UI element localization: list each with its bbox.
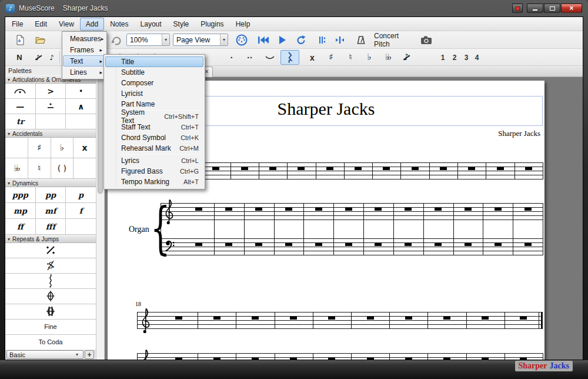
flat-button[interactable]: ♭ [362, 50, 376, 65]
palette-item-natural[interactable]: ♮ [28, 158, 51, 178]
text-submenu-item-subtitle[interactable]: Subtitle [105, 67, 203, 78]
palette-item-fff[interactable]: fff [36, 219, 66, 234]
add-menu-item-text[interactable]: Text▸ [63, 55, 106, 67]
palette-item-pp[interactable]: pp [36, 187, 66, 202]
palette-item-f[interactable]: f [66, 203, 96, 218]
menu-layout[interactable]: Layout [135, 18, 168, 31]
grace-note-button[interactable]: ♪ [399, 50, 413, 65]
palette-item-trill[interactable]: tr [5, 114, 35, 129]
sharp-button[interactable]: ♯ [324, 50, 338, 65]
palette-item-to-coda[interactable]: To Coda [5, 335, 96, 350]
view-mode-select[interactable]: Page View▾ [173, 34, 228, 46]
metronome-toggle[interactable] [353, 33, 369, 47]
text-submenu-item-staff-text[interactable]: Staff TextCtrl+T [105, 122, 203, 132]
palette-item-empty[interactable] [66, 114, 96, 129]
rewind-button[interactable] [255, 33, 272, 47]
text-submenu-item-title[interactable]: Title [105, 56, 203, 67]
rest-button[interactable] [280, 50, 299, 65]
palette-item-fine[interactable]: Fine [5, 320, 96, 334]
add-menu-item-frames[interactable]: Frames▸ [63, 44, 106, 55]
text-submenu-item-chord-symbol[interactable]: Chord SymbolCtrl+K [105, 132, 203, 143]
palette-item-ppp[interactable]: ppp [5, 187, 35, 202]
new-score-button[interactable]: + [12, 33, 28, 47]
augmentation-dot-button[interactable]: · [225, 50, 238, 65]
score-composer[interactable]: Sharper Jacks [498, 129, 540, 138]
title-bar[interactable]: ♪ MuseScore Sharper Jacks × [0, 0, 588, 16]
menu-style[interactable]: Style [168, 18, 195, 31]
loop-playback-button[interactable] [293, 33, 309, 47]
note-input-button[interactable]: N [12, 50, 26, 65]
text-submenu-item-lyrics[interactable]: LyricsCtrl+L [105, 155, 203, 166]
palette-item-sharp[interactable]: ♯ [28, 138, 51, 158]
voice-3-button[interactable]: 3 [461, 50, 472, 65]
maximize-button[interactable] [544, 4, 560, 13]
palette-item-tenuto[interactable]: — [5, 99, 35, 114]
voice-4-button[interactable]: 4 [472, 50, 482, 65]
zoom-select[interactable]: 100%▾ [126, 34, 170, 46]
menu-add[interactable]: Add [80, 18, 104, 31]
acciaccatura-button[interactable]: ♪ [31, 50, 44, 65]
palette-item-coda[interactable] [5, 289, 96, 304]
tie-button[interactable] [262, 50, 278, 65]
redo-button[interactable] [109, 33, 124, 47]
appoggiatura-button[interactable]: ♪ [45, 50, 58, 65]
text-submenu-item-lyricist[interactable]: Lyricist [105, 88, 203, 99]
menu-view[interactable]: View [53, 18, 80, 31]
palette-item-mf[interactable]: mf [36, 203, 66, 218]
text-submenu-item-figured-bass[interactable]: Figured BassCtrl+G [105, 166, 203, 177]
play-button[interactable] [275, 33, 290, 47]
add-menu-item-measures[interactable]: Measures▸ [63, 33, 106, 44]
text-submenu-item-tempo-marking[interactable]: Tempo MarkingAlt+T [105, 177, 203, 187]
palette-item-empty[interactable] [36, 114, 66, 129]
palette-item-empty[interactable] [74, 158, 96, 178]
double-flat-button[interactable]: ♭♭ [380, 50, 395, 65]
palette-item-parentheses[interactable]: ( ) [51, 158, 74, 178]
palette-item-mp[interactable]: mp [5, 203, 35, 218]
palette-item-measure-repeat[interactable] [5, 243, 96, 258]
palette-section-accidentals[interactable]: ▾Accidentals [5, 129, 96, 138]
text-submenu-item-rehearsal-mark[interactable]: Rehearsal MarkCtrl+M [105, 143, 203, 154]
palette-item-ff[interactable]: ff [5, 219, 35, 234]
palette-item-segno-variation[interactable] [5, 274, 96, 288]
play-repeats-toggle[interactable] [315, 33, 330, 47]
pan-score-toggle[interactable] [332, 33, 348, 47]
palette-item-double-flat[interactable]: ♭♭ [5, 158, 28, 178]
menu-file[interactable]: File [6, 18, 29, 31]
double-dot-button[interactable]: ·· [243, 50, 257, 65]
close-button[interactable]: × [561, 4, 582, 13]
voice-2-button[interactable]: 2 [449, 50, 460, 65]
scrollbar-thumb[interactable] [98, 79, 103, 194]
palette-item-marcato[interactable]: ∧ [66, 99, 96, 114]
concert-pitch-button[interactable]: Concert Pitch [373, 33, 416, 47]
natural-button[interactable]: ♮ [343, 50, 358, 65]
palette-item-empty[interactable] [66, 219, 96, 234]
palette-item-flat[interactable]: ♭ [51, 138, 74, 158]
palette-item-empty[interactable] [5, 138, 28, 158]
palette-preset-select[interactable]: Basic ▾ [6, 350, 83, 359]
palette-item-p[interactable]: p [66, 187, 96, 202]
snapshot-button[interactable] [417, 33, 436, 47]
palette-item-accent[interactable]: > [36, 84, 66, 98]
minimize-button[interactable] [527, 4, 543, 13]
midi-input-button[interactable] [233, 33, 250, 47]
double-sharp-button[interactable]: x [305, 50, 319, 65]
voice-1-button[interactable]: 1 [437, 50, 448, 65]
text-submenu-item-composer[interactable]: Composer [105, 78, 203, 88]
palette-item-segno[interactable]: S [5, 258, 96, 273]
palette-item-staccato[interactable]: · [66, 84, 96, 98]
text-submenu-item-system-text[interactable]: System TextCtrl+Shift+T [105, 111, 203, 122]
menu-plugins[interactable]: Plugins [195, 18, 229, 31]
palette-section-dynamics[interactable]: ▾Dynamics [5, 179, 96, 187]
open-file-button[interactable] [32, 33, 48, 47]
add-palette-button[interactable]: + [85, 350, 94, 359]
palette-item-portato[interactable] [36, 99, 66, 114]
menu-help[interactable]: Help [230, 18, 256, 31]
palette-item-double-sharp[interactable]: x [74, 138, 96, 158]
palette-item-coda-variation[interactable] [5, 304, 96, 319]
add-menu-item-lines[interactable]: Lines▸ [63, 67, 106, 78]
menu-edit[interactable]: Edit [29, 18, 53, 31]
menu-notes[interactable]: Notes [104, 18, 134, 31]
palette-section-repeats-jumps[interactable]: ▾Repeats & Jumps [5, 235, 96, 243]
titlebar-badge-button[interactable] [512, 4, 523, 13]
palette-item-fermata[interactable] [5, 84, 35, 98]
